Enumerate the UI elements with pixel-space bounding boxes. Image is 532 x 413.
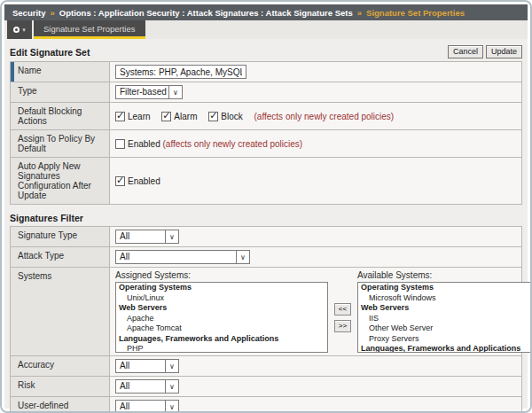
breadcrumb-root[interactable]: Security [12,8,46,18]
attack-type-label: Attack Type [11,247,110,268]
accuracy-label: Accuracy [11,356,110,377]
name-input[interactable] [115,65,246,79]
block-checkbox[interactable] [208,112,218,121]
table-row: Auto Apply New Signatures Configuration … [11,158,522,205]
chevron-down-icon: ∨ [236,251,249,263]
update-button-top[interactable]: Update [486,45,522,58]
breadcrumb: Security » Options : Application Securit… [4,4,528,20]
blocking-actions-label: Default Blocking Actions [11,103,110,130]
assign-enabled-label: Enabled [128,139,160,149]
table-row: Accuracy All ∨ [11,356,522,377]
assigned-systems-listbox[interactable]: Operating SystemsUnix/LinuxWeb ServersAp… [115,282,328,353]
auto-apply-enabled-checkbox[interactable] [115,176,125,186]
risk-select[interactable]: All ∨ [115,379,179,394]
systems-label: Systems [11,268,110,356]
signature-type-label: Signature Type [11,227,110,247]
list-item[interactable]: IIS [358,314,532,324]
table-row: Signature Type All ∨ [11,227,522,247]
list-item[interactable]: Web Servers [116,303,327,314]
list-item[interactable]: Microsoft Windows [358,293,532,304]
edit-section-header: Edit Signature Set Cancel Update [10,45,522,58]
block-checkbox-label: Block [221,112,242,121]
list-item[interactable]: Proxy Servers [358,334,532,345]
signature-type-select[interactable]: All ∨ [115,230,179,244]
breadcrumb-separator-icon: » [357,8,362,18]
table-row: Default Blocking Actions Learn Alarm Blo… [11,103,522,130]
list-item[interactable]: Web Servers [358,303,532,314]
assigned-systems-caption: Assigned Systems: [115,270,328,280]
transfer-buttons: << >> [334,291,351,332]
chevron-down-icon: ∨ [165,380,178,393]
user-defined-select[interactable]: All ∨ [115,400,179,413]
edit-signature-set-table: Name Type Filter-based ∨ Default Blockin… [10,61,522,205]
blocking-actions-note: (affects only newly created policies) [254,112,395,121]
chevron-down-icon: ∨ [165,401,178,413]
list-item[interactable]: PHP [116,344,327,353]
table-row: Attack Type All ∨ [11,247,522,268]
list-item[interactable]: Languages, Frameworks and Applications [116,334,327,345]
table-row: Name [11,62,522,82]
table-row: Type Filter-based ∨ [11,82,522,103]
attack-type-select[interactable]: All ∨ [115,250,250,264]
table-row: Assign To Policy By Default Enabled (aff… [11,130,522,158]
table-row: Risk All ∨ [11,377,522,397]
tab-signature-set-properties[interactable]: Signature Set Properties [34,20,145,39]
list-item[interactable]: Unix/Linux [116,293,327,304]
list-item[interactable]: Apache Tomcat [116,323,327,334]
available-systems-listbox[interactable]: Operating SystemsMicrosoft WindowsWeb Se… [357,282,532,353]
assign-enabled-checkbox[interactable] [115,139,125,149]
options-gear-button[interactable]: ▾ [7,20,32,39]
page-content: Edit Signature Set Cancel Update Name Ty… [4,39,528,409]
gear-icon [13,27,20,33]
filter-section-header: Signatures Filter [10,213,522,223]
move-to-available-button[interactable]: >> [334,320,351,332]
table-row: User-defined All ∨ [11,397,522,413]
list-item[interactable]: Operating Systems [116,283,327,293]
chevron-down-icon: ∨ [165,230,178,243]
available-systems-column: Available Systems: Operating SystemsMicr… [357,270,532,353]
type-label: Type [11,82,110,103]
name-label: Name [11,62,110,82]
list-item[interactable]: Operating Systems [358,283,532,293]
chevron-down-icon: ▾ [22,27,26,33]
section-title: Edit Signature Set [10,47,90,58]
breadcrumb-path[interactable]: Options : Application Security : Attack … [59,8,353,18]
user-defined-label: User-defined [11,397,110,413]
assign-policy-note: (affects only newly created policies) [162,139,302,149]
accuracy-select[interactable]: All ∨ [115,359,179,373]
breadcrumb-separator-icon: » [51,8,55,18]
list-item[interactable]: Languages, Frameworks and Applications [358,344,532,353]
app-window: Security » Options : Application Securit… [0,0,532,413]
alarm-checkbox[interactable] [161,112,171,121]
breadcrumb-current: Signature Set Properties [366,8,465,18]
available-systems-caption: Available Systems: [357,270,532,280]
cancel-button-top[interactable]: Cancel [448,45,483,58]
auto-apply-enabled-label: Enabled [128,176,160,186]
tab-bar: ▾ Signature Set Properties [4,20,528,39]
assign-policy-label: Assign To Policy By Default [11,130,110,158]
chevron-down-icon: ∨ [165,360,178,372]
section-title: Signatures Filter [10,213,83,223]
list-item[interactable]: Other Web Server [358,323,532,334]
assigned-systems-column: Assigned Systems: Operating SystemsUnix/… [115,270,328,353]
alarm-checkbox-label: Alarm [174,112,197,121]
move-to-assigned-button[interactable]: << [334,303,351,316]
list-item[interactable]: Apache [116,314,327,324]
learn-checkbox[interactable] [115,112,125,121]
learn-checkbox-label: Learn [128,112,151,121]
type-select[interactable]: Filter-based ∨ [115,85,183,99]
auto-apply-label: Auto Apply New Signatures Configuration … [11,158,110,205]
chevron-down-icon: ∨ [168,86,182,98]
table-row: Systems Assigned Systems: Operating Syst… [11,268,522,356]
signatures-filter-table: Signature Type All ∨ Attack Type All ∨ [10,226,522,413]
risk-label: Risk [11,377,110,397]
